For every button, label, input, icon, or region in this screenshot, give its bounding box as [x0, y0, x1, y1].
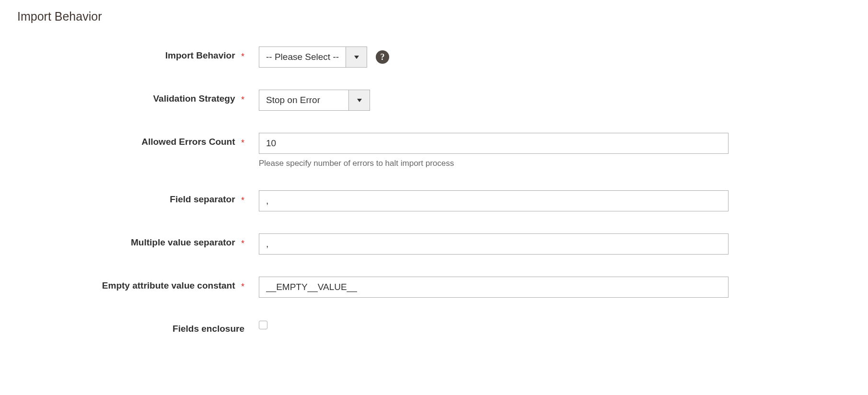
- control-col: [259, 190, 729, 211]
- control-col: [259, 233, 729, 255]
- required-mark-icon: *: [241, 52, 244, 61]
- label-col: Fields enclosure: [17, 320, 259, 334]
- control-col: -- Please Select -- ?: [259, 46, 729, 68]
- allowed-errors-note: Please specify number of errors to halt …: [259, 159, 729, 168]
- control-col: Stop on Error: [259, 90, 729, 111]
- validation-strategy-select[interactable]: Stop on Error: [259, 90, 370, 111]
- row-multiple-value-separator: Multiple value separator *: [17, 233, 851, 255]
- label-col: Allowed Errors Count *: [17, 133, 259, 147]
- required-mark-icon: *: [241, 196, 244, 205]
- select-dropdown-button[interactable]: [346, 47, 367, 67]
- required-mark-icon: *: [241, 95, 244, 105]
- caret-down-icon: [357, 99, 362, 102]
- control-col: [259, 277, 729, 298]
- import-behavior-select[interactable]: -- Please Select --: [259, 46, 367, 68]
- label-col: Validation Strategy *: [17, 90, 259, 104]
- row-allowed-errors: Allowed Errors Count * Please specify nu…: [17, 133, 851, 168]
- field-separator-label: Field separator: [170, 194, 235, 205]
- field-separator-input[interactable]: [259, 190, 729, 211]
- row-fields-enclosure: Fields enclosure: [17, 320, 851, 334]
- select-value: Stop on Error: [259, 90, 348, 110]
- row-empty-attribute-constant: Empty attribute value constant *: [17, 277, 851, 298]
- control-col: [259, 320, 729, 329]
- empty-attribute-constant-input[interactable]: [259, 277, 729, 298]
- required-mark-icon: *: [241, 138, 244, 148]
- section-title: Import Behavior: [17, 10, 851, 23]
- multiple-value-separator-input[interactable]: [259, 233, 729, 255]
- label-col: Field separator *: [17, 190, 259, 205]
- import-behavior-label: Import Behavior: [165, 50, 235, 61]
- select-value: -- Please Select --: [259, 47, 346, 67]
- allowed-errors-label: Allowed Errors Count: [141, 137, 235, 147]
- row-field-separator: Field separator *: [17, 190, 851, 211]
- row-validation-strategy: Validation Strategy * Stop on Error: [17, 90, 851, 111]
- allowed-errors-input[interactable]: [259, 133, 729, 154]
- empty-attribute-constant-label: Empty attribute value constant: [102, 280, 235, 291]
- validation-strategy-label: Validation Strategy: [153, 93, 235, 104]
- label-col: Empty attribute value constant *: [17, 277, 259, 291]
- label-col: Import Behavior *: [17, 46, 259, 61]
- required-mark-icon: *: [241, 239, 244, 248]
- select-dropdown-button[interactable]: [348, 90, 370, 110]
- label-col: Multiple value separator *: [17, 233, 259, 248]
- control-col: Please specify number of errors to halt …: [259, 133, 729, 168]
- caret-down-icon: [354, 56, 359, 59]
- fields-enclosure-checkbox[interactable]: [259, 321, 267, 329]
- help-icon[interactable]: ?: [376, 50, 389, 64]
- required-mark-icon: *: [241, 282, 244, 291]
- fields-enclosure-label: Fields enclosure: [173, 324, 244, 334]
- row-import-behavior: Import Behavior * -- Please Select -- ?: [17, 46, 851, 68]
- multiple-value-separator-label: Multiple value separator: [131, 237, 235, 248]
